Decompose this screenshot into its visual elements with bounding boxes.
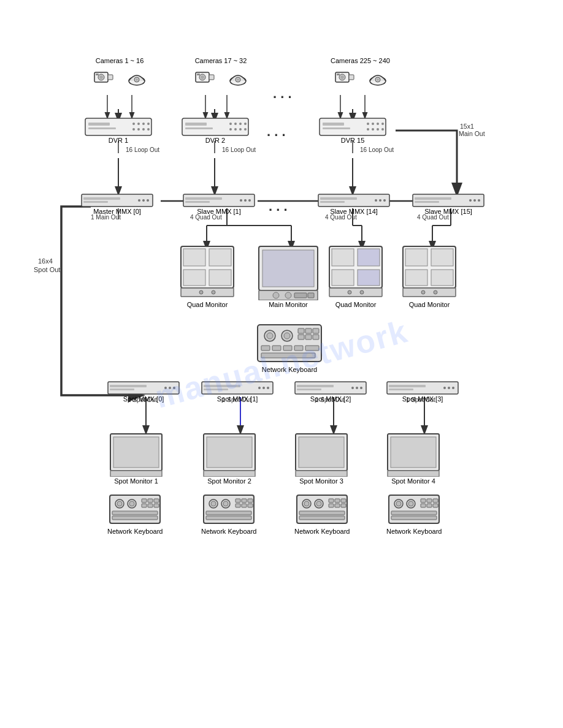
main-monitor-svg <box>258 245 319 300</box>
svg-text:16 Loop Out: 16 Loop Out <box>360 146 394 153</box>
slave-mmx-14: Slave MMX [14] <box>318 194 390 216</box>
dots-separator-3: . . . <box>269 199 288 214</box>
svg-point-77 <box>137 123 140 125</box>
svg-rect-84 <box>182 118 248 135</box>
svg-rect-125 <box>415 197 451 200</box>
svg-point-151 <box>348 290 351 294</box>
svg-rect-252 <box>299 516 345 520</box>
dvr-2: DVR 2 <box>182 118 249 145</box>
svg-point-87 <box>229 123 232 125</box>
spot-keyboard-svg <box>296 494 348 527</box>
svg-rect-220 <box>148 499 153 502</box>
svg-rect-96 <box>323 123 344 126</box>
quad-monitor-svg <box>180 245 235 300</box>
svg-rect-157 <box>431 270 453 286</box>
spot-mmx-0: Spot MMX [0] <box>107 381 180 403</box>
svg-rect-108 <box>83 201 108 203</box>
svg-rect-119 <box>320 197 357 200</box>
spot-mmx-3-label: Spot MMX [3] <box>402 395 443 403</box>
svg-point-92 <box>234 128 237 131</box>
svg-rect-85 <box>185 123 207 126</box>
svg-point-56 <box>136 78 138 81</box>
svg-rect-209 <box>299 437 344 468</box>
svg-point-52 <box>99 75 103 79</box>
svg-rect-185 <box>204 385 240 387</box>
svg-point-111 <box>147 199 149 202</box>
spot-keyboard-4: Network Keyboard <box>386 494 442 536</box>
spot-keyboard-3: Network Keyboard <box>294 494 350 536</box>
svg-rect-225 <box>112 511 158 515</box>
spot-mmx-3: Spot MMX [3] <box>386 381 459 403</box>
svg-rect-126 <box>415 201 439 203</box>
svg-text:15x1: 15x1 <box>460 123 474 130</box>
svg-rect-133 <box>183 270 205 286</box>
svg-point-103 <box>372 128 374 131</box>
spot-mmx-0-label: Spot MMX [0] <box>123 395 164 403</box>
svg-rect-262 <box>427 504 432 507</box>
svg-point-229 <box>211 501 216 506</box>
mmx-icon <box>318 194 390 207</box>
svg-rect-206 <box>207 437 252 468</box>
svg-point-188 <box>262 387 265 389</box>
slave-mmx-1: Slave MMX [1] <box>183 194 255 216</box>
dome-camera-icon <box>128 69 146 86</box>
svg-rect-258 <box>421 499 426 502</box>
svg-point-82 <box>142 128 145 131</box>
svg-rect-196 <box>387 382 458 394</box>
svg-rect-118 <box>318 194 389 207</box>
master-mmx-0: Master MMX [0] <box>81 194 153 216</box>
svg-point-94 <box>244 128 247 131</box>
svg-rect-73 <box>85 118 151 135</box>
svg-rect-238 <box>206 511 251 515</box>
svg-rect-203 <box>113 437 159 468</box>
camera-icon <box>334 69 356 86</box>
svg-point-104 <box>377 128 379 131</box>
svg-rect-148 <box>332 270 354 286</box>
svg-rect-112 <box>183 194 255 207</box>
svg-point-231 <box>223 501 228 506</box>
slave-mmx-1-label: Slave MMX [1] <box>197 207 241 216</box>
svg-point-160 <box>434 290 437 294</box>
quad-monitor-2: Quad Monitor <box>328 245 383 309</box>
spot-monitor-4: Spot Monitor 4 <box>386 433 440 485</box>
svg-rect-150 <box>329 288 382 297</box>
svg-rect-106 <box>82 194 153 207</box>
svg-point-129 <box>478 199 480 202</box>
svg-rect-50 <box>108 75 113 80</box>
quad-monitor-3-label: Quad Monitor <box>409 300 450 309</box>
svg-rect-233 <box>242 499 247 502</box>
svg-point-195 <box>360 387 362 389</box>
svg-point-78 <box>142 123 145 125</box>
svg-text:16x4: 16x4 <box>38 257 53 265</box>
dome-camera-icon <box>369 69 387 86</box>
svg-rect-107 <box>83 197 120 200</box>
svg-rect-95 <box>320 118 386 135</box>
main-monitor: Network Keyboard Main Monitor <box>258 245 319 309</box>
svg-point-242 <box>304 501 309 506</box>
svg-rect-247 <box>341 499 346 502</box>
svg-rect-172 <box>261 346 270 351</box>
svg-rect-245 <box>329 499 334 502</box>
quad-monitor-3: Quad Monitor <box>402 245 457 309</box>
svg-rect-170 <box>305 335 312 339</box>
diagram-container: { "title": "DVR Network System Diagram",… <box>0 0 563 728</box>
svg-point-187 <box>258 387 261 389</box>
svg-rect-261 <box>421 504 426 507</box>
quad-monitor-svg <box>402 245 457 300</box>
spot-keyboard-svg <box>109 494 161 527</box>
svg-rect-113 <box>185 197 222 200</box>
svg-point-79 <box>147 123 150 125</box>
spot-keyboard-1-label: Network Keyboard <box>107 527 163 536</box>
svg-point-117 <box>248 199 251 202</box>
svg-rect-198 <box>389 389 413 390</box>
svg-point-88 <box>234 123 237 125</box>
svg-point-127 <box>469 199 472 202</box>
spot-keyboard-4-label: Network Keyboard <box>386 527 442 536</box>
svg-rect-114 <box>185 201 210 203</box>
svg-text:16 Loop Out: 16 Loop Out <box>222 146 256 153</box>
svg-rect-239 <box>206 516 251 520</box>
svg-point-76 <box>132 123 135 125</box>
camera-group-2: Cameras 17 ~ 32 <box>181 56 261 86</box>
svg-rect-171 <box>313 335 319 339</box>
svg-point-165 <box>284 333 290 339</box>
